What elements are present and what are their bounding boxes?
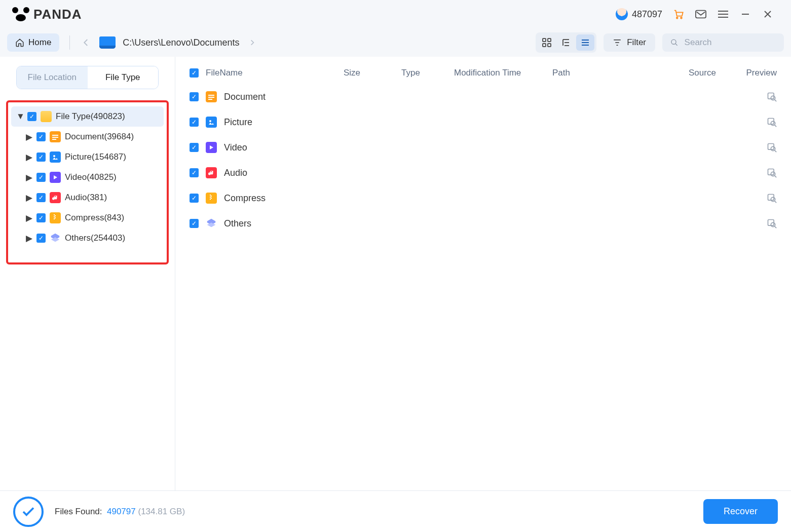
zip-icon (50, 212, 61, 223)
search-box[interactable] (662, 33, 784, 52)
checkbox[interactable]: ✓ (36, 213, 46, 222)
svg-point-34 (771, 121, 775, 125)
preview-button[interactable] (757, 92, 777, 102)
search-icon (670, 38, 679, 47)
back-button[interactable] (80, 36, 92, 49)
caret-down-icon[interactable]: ▼ (16, 111, 23, 122)
row-name: Document (224, 92, 266, 102)
svg-point-1 (681, 17, 682, 19)
tree-item-oth[interactable]: ▶✓Others(254403) (8, 228, 167, 248)
list-view-button[interactable] (576, 34, 594, 51)
row-name: Compress (224, 193, 266, 204)
status-label: Files Found: (55, 507, 102, 516)
table-row[interactable]: ✓Picture (190, 109, 777, 135)
tree-item-vid[interactable]: ▶✓Video(40825) (8, 167, 167, 187)
preview-button[interactable] (757, 142, 777, 153)
select-all-checkbox[interactable]: ✓ (190, 68, 199, 78)
tree-root-file-type[interactable]: ▼ ✓ File Type(490823) (11, 106, 164, 127)
col-type[interactable]: Type (401, 68, 447, 78)
row-checkbox[interactable]: ✓ (190, 143, 199, 152)
table-row[interactable]: ✓Audio (190, 160, 777, 185)
row-checkbox[interactable]: ✓ (190, 194, 199, 203)
row-checkbox[interactable]: ✓ (190, 118, 199, 127)
checkbox[interactable]: ✓ (36, 153, 46, 162)
preview-button[interactable] (757, 168, 777, 178)
recover-button[interactable]: Recover (703, 499, 778, 524)
svg-point-25 (53, 155, 55, 157)
tab-file-location[interactable]: File Location (17, 66, 88, 89)
caret-right-icon[interactable]: ▶ (25, 213, 32, 223)
row-checkbox[interactable]: ✓ (190, 168, 199, 177)
mail-icon[interactable] (690, 3, 712, 25)
svg-rect-28 (208, 99, 212, 100)
col-path[interactable]: Path (552, 68, 682, 78)
nav-toolbar: Home C:\Users\Lenovo\Documents Filter (0, 28, 791, 57)
pic-icon (206, 117, 217, 128)
tree-view-button[interactable] (557, 34, 575, 51)
view-mode-group (536, 32, 596, 53)
tree-item-label: Compress(843) (65, 213, 124, 223)
caret-right-icon[interactable]: ▶ (25, 193, 32, 203)
row-name: Picture (224, 117, 252, 128)
col-modification-time[interactable]: Modification Time (454, 68, 545, 78)
checkbox[interactable]: ✓ (36, 234, 46, 243)
table-row[interactable]: ✓Video (190, 135, 777, 160)
status-size: (134.81 GB) (138, 507, 185, 516)
tree-item-label: Video(40825) (65, 172, 117, 182)
caret-right-icon[interactable]: ▶ (25, 132, 32, 142)
user-id: 487097 (632, 9, 662, 20)
table-row[interactable]: ✓Others (190, 211, 777, 236)
user-avatar-icon[interactable] (616, 8, 628, 20)
sidebar-tabs: File Location File Type (16, 66, 159, 89)
preview-button[interactable] (757, 117, 777, 127)
svg-line-38 (775, 150, 776, 152)
preview-button[interactable] (757, 218, 777, 229)
col-filename[interactable]: FileName (206, 68, 243, 78)
app-logo: PANDA (12, 7, 82, 22)
chevron-right-icon[interactable] (246, 36, 258, 49)
svg-rect-23 (52, 137, 58, 138)
minimize-button[interactable] (734, 3, 757, 25)
drive-icon (99, 36, 116, 49)
caret-right-icon[interactable]: ▶ (25, 172, 32, 183)
row-checkbox[interactable]: ✓ (190, 219, 199, 228)
breadcrumb-path[interactable]: C:\Users\Lenovo\Documents (123, 37, 239, 48)
status-count: 490797 (107, 507, 136, 516)
row-name: Video (224, 142, 247, 153)
tree-root-count: (490823) (91, 111, 125, 121)
app-name: PANDA (33, 7, 82, 22)
checkbox[interactable]: ✓ (36, 173, 46, 182)
vid-icon (50, 172, 61, 183)
tree-item-zip[interactable]: ▶✓Compress(843) (8, 208, 167, 228)
svg-rect-24 (52, 139, 56, 140)
row-checkbox[interactable]: ✓ (190, 92, 199, 101)
col-preview[interactable]: Preview (736, 68, 777, 78)
tab-file-type[interactable]: File Type (88, 66, 159, 89)
doc-icon (206, 91, 217, 102)
preview-button[interactable] (757, 193, 777, 203)
filter-label: Filter (627, 37, 646, 48)
tree-item-pic[interactable]: ▶✓Picture(154687) (8, 147, 167, 167)
col-source[interactable]: Source (689, 68, 729, 78)
tree-item-aud[interactable]: ▶✓Audio(381) (8, 187, 167, 208)
grid-view-button[interactable] (538, 34, 556, 51)
svg-point-46 (771, 222, 775, 226)
tree-item-doc[interactable]: ▶✓Document(39684) (8, 127, 167, 147)
table-row[interactable]: ✓Document (190, 84, 777, 109)
menu-icon[interactable] (712, 3, 734, 25)
checkbox[interactable]: ✓ (36, 132, 46, 141)
col-size[interactable]: Size (344, 68, 394, 78)
checkbox[interactable]: ✓ (27, 112, 36, 121)
svg-rect-22 (52, 135, 58, 136)
close-button[interactable] (757, 3, 779, 25)
home-button[interactable]: Home (7, 33, 59, 52)
search-input[interactable] (685, 37, 776, 48)
checkbox[interactable]: ✓ (36, 193, 46, 202)
table-row[interactable]: ✓Compress (190, 185, 777, 211)
caret-right-icon[interactable]: ▶ (25, 233, 32, 244)
filter-button[interactable]: Filter (604, 33, 655, 52)
svg-rect-2 (696, 11, 706, 18)
svg-point-32 (209, 120, 211, 122)
caret-right-icon[interactable]: ▶ (25, 152, 32, 163)
cart-icon[interactable] (667, 3, 690, 25)
